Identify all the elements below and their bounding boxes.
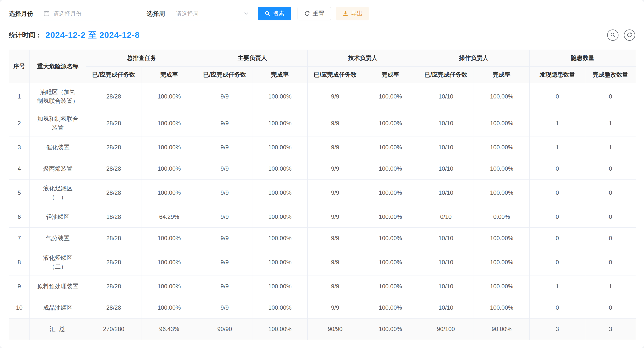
data-cell: 9/9 (308, 206, 363, 228)
data-cell: 0/10 (418, 206, 474, 228)
table-row: 9原料预处理装置28/28100.00%9/9100.00%9/9100.00%… (9, 276, 636, 297)
data-cell: 28/28 (86, 249, 142, 276)
table-row: 4聚丙烯装置28/28100.00%9/9100.00%9/9100.00%10… (9, 158, 636, 179)
data-cell: 100.00% (252, 276, 308, 297)
table-header: 序号 重大危险源名称 总排查任务 主要负责人 技术负责人 操作负责人 隐患数量 … (9, 50, 636, 83)
search-button-label: 搜索 (273, 10, 284, 18)
data-cell: 28/28 (86, 179, 142, 206)
data-cell: 1 (585, 110, 636, 136)
data-cell: 100.00% (252, 228, 308, 249)
refresh-button[interactable] (624, 30, 635, 41)
data-cell: 100.00% (474, 297, 530, 318)
data-cell: 28/28 (86, 83, 142, 110)
row-index-cell: 6 (9, 206, 30, 228)
summary-label-cell: 汇 总 (30, 318, 86, 340)
month-input[interactable] (39, 7, 136, 20)
sub-header: 完成率 (474, 66, 530, 83)
data-cell: 100.00% (474, 276, 530, 297)
data-cell: 0 (530, 249, 585, 276)
data-cell: 10/10 (418, 249, 474, 276)
reset-button[interactable]: 重置 (298, 7, 331, 20)
month-picker[interactable] (39, 7, 136, 20)
magnifier-button[interactable] (607, 30, 618, 41)
data-cell: 100.00% (363, 179, 418, 206)
summary-data-cell: 90/90 (197, 318, 252, 340)
row-index-cell: 3 (9, 136, 30, 158)
hazard-name-cell: 加氢和制氢联合 装置 (30, 110, 86, 136)
data-cell: 9/9 (197, 297, 252, 318)
data-cell: 1 (585, 136, 636, 158)
row-index-cell (9, 318, 30, 340)
reset-button-label: 重置 (312, 10, 324, 18)
data-cell: 100.00% (142, 297, 197, 318)
data-cell: 100.00% (363, 297, 418, 318)
sub-header: 已/应完成任务数 (86, 66, 142, 83)
data-cell: 0 (585, 297, 636, 318)
row-index-cell: 5 (9, 179, 30, 206)
data-cell: 100.00% (142, 179, 197, 206)
data-cell: 9/9 (197, 110, 252, 136)
data-cell: 10/10 (418, 110, 474, 136)
data-cell: 0 (585, 179, 636, 206)
row-index-cell: 10 (9, 297, 30, 318)
data-cell: 100.00% (252, 136, 308, 158)
data-cell: 64.29% (142, 206, 197, 228)
data-cell: 28/28 (86, 228, 142, 249)
data-cell: 100.00% (142, 110, 197, 136)
sub-header: 发现隐患数量 (530, 66, 585, 83)
header-group-main: 主要负责人 (197, 50, 308, 66)
data-cell: 9/9 (308, 136, 363, 158)
data-cell: 100.00% (363, 83, 418, 110)
week-select-input[interactable] (171, 7, 254, 20)
hazard-name-cell: 液化烃罐区 （二） (30, 249, 86, 276)
week-select[interactable] (171, 7, 254, 20)
data-cell: 0 (530, 158, 585, 179)
stats-label: 统计时间： (9, 31, 42, 40)
data-cell: 9/9 (197, 158, 252, 179)
data-cell: 9/9 (308, 276, 363, 297)
export-button[interactable]: 导出 (336, 7, 369, 20)
data-cell: 100.00% (363, 158, 418, 179)
data-cell: 1 (530, 136, 585, 158)
data-cell: 28/28 (86, 136, 142, 158)
summary-data-cell: 270/280 (86, 318, 142, 340)
data-cell: 100.00% (474, 179, 530, 206)
data-cell: 9/9 (308, 249, 363, 276)
header-group-operation: 操作负责人 (418, 50, 530, 66)
data-cell: 100.00% (252, 83, 308, 110)
sub-header: 已/应完成任务数 (197, 66, 252, 83)
hazard-name-cell: 聚丙烯装置 (30, 158, 86, 179)
data-cell: 10/10 (418, 276, 474, 297)
data-cell: 0 (585, 83, 636, 110)
table-row: 5液化烃罐区 （一）28/28100.00%9/9100.00%9/9100.0… (9, 179, 636, 206)
data-cell: 18/28 (86, 206, 142, 228)
hazard-name-cell: 油罐区（加氢 制氢联合装置） (30, 83, 86, 110)
summary-data-cell: 3 (585, 318, 636, 340)
summary-data-cell: 90.00% (474, 318, 530, 340)
header-no: 序号 (9, 50, 30, 83)
data-cell: 9/9 (308, 179, 363, 206)
group-header-row: 序号 重大危险源名称 总排查任务 主要负责人 技术负责人 操作负责人 隐患数量 (9, 50, 636, 66)
data-cell: 100.00% (252, 297, 308, 318)
data-cell: 10/10 (418, 179, 474, 206)
data-cell: 100.00% (474, 136, 530, 158)
data-cell: 100.00% (474, 83, 530, 110)
data-cell: 0 (530, 228, 585, 249)
data-cell: 9/9 (197, 136, 252, 158)
data-cell: 28/28 (86, 158, 142, 179)
table-row: 8液化烃罐区 （二）28/28100.00%9/9100.00%9/9100.0… (9, 249, 636, 276)
header-group-hidden-danger: 隐患数量 (530, 50, 636, 66)
data-cell: 10/10 (418, 136, 474, 158)
data-cell: 10/10 (418, 158, 474, 179)
refresh-icon (304, 10, 310, 16)
data-cell: 100.00% (252, 249, 308, 276)
row-index-cell: 7 (9, 228, 30, 249)
data-cell: 28/28 (86, 297, 142, 318)
search-button[interactable]: 搜索 (258, 7, 291, 20)
data-cell: 10/10 (418, 228, 474, 249)
data-cell: 10/10 (418, 297, 474, 318)
row-index-cell: 2 (9, 110, 30, 136)
summary-row: 汇 总270/28096.43%90/90100.00%90/90100.00%… (9, 318, 636, 340)
summary-data-cell: 90/100 (418, 318, 474, 340)
table-row: 7气分装置28/28100.00%9/9100.00%9/9100.00%10/… (9, 228, 636, 249)
